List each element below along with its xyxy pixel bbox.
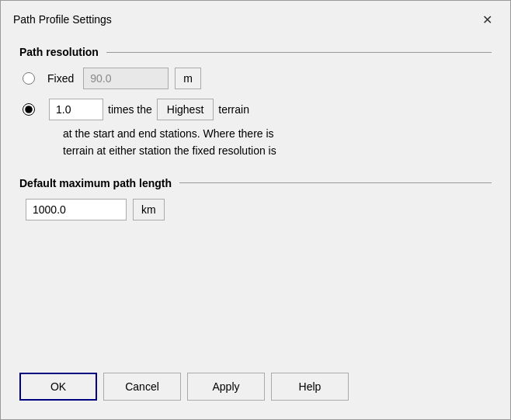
path-unit-label: km: [133, 199, 165, 220]
terrain-text: terrain: [218, 103, 249, 116]
description-text: at the start and end stations. Where the…: [63, 125, 492, 160]
default-path-section-header: Default maximum path length: [19, 177, 492, 189]
times-row: times the Highest terrain: [19, 99, 492, 120]
dialog-body: Path resolution Fixed m times the Highes…: [1, 36, 510, 419]
help-button[interactable]: Help: [271, 373, 349, 401]
fixed-radio[interactable]: [23, 72, 35, 85]
fixed-row: Fixed m: [19, 68, 492, 89]
times-text: times the: [108, 103, 152, 116]
dialog-title: Path Profile Settings: [13, 13, 112, 26]
cancel-button[interactable]: Cancel: [103, 373, 181, 401]
highest-dropdown[interactable]: Highest: [157, 99, 214, 120]
description-line2: terrain at either station the fixed reso…: [63, 142, 492, 159]
default-path-title: Default maximum path length: [19, 177, 172, 189]
dialog-window: Path Profile Settings ✕ Path resolution …: [0, 0, 511, 420]
path-length-input[interactable]: [26, 199, 127, 220]
fixed-value-input[interactable]: [83, 68, 169, 89]
path-resolution-title: Path resolution: [19, 46, 99, 58]
close-button[interactable]: ✕: [476, 9, 498, 30]
path-length-row: km: [19, 199, 492, 220]
times-radio[interactable]: [23, 103, 35, 116]
section-divider: [106, 52, 492, 53]
ok-button[interactable]: OK: [19, 373, 97, 401]
apply-button[interactable]: Apply: [187, 373, 265, 401]
times-value-input[interactable]: [49, 99, 103, 120]
default-path-section: Default maximum path length km: [19, 177, 492, 220]
fixed-unit-label: m: [175, 68, 201, 89]
description-line1: at the start and end stations. Where the…: [63, 125, 492, 142]
title-bar: Path Profile Settings ✕: [1, 1, 510, 36]
path-resolution-section-header: Path resolution: [19, 46, 492, 58]
button-row: OK Cancel Apply Help: [19, 365, 492, 407]
fixed-label: Fixed: [47, 72, 74, 85]
default-section-divider: [179, 182, 492, 183]
